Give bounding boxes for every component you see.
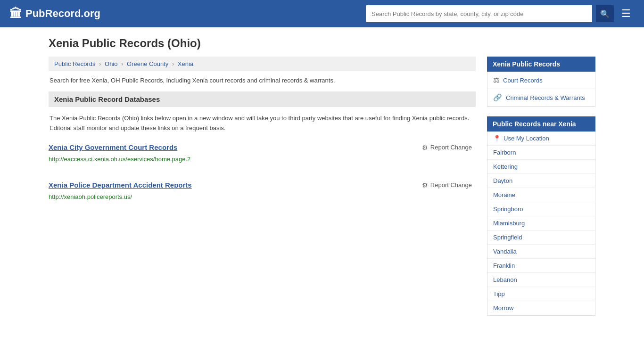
sidebar-near-item-kettering[interactable]: Kettering [487,160,595,174]
description: Search for free Xenia, OH Public Records… [49,77,476,84]
sidebar-near-section: Public Records near Xenia 📍 Use My Locat… [487,116,595,316]
db-description: The Xenia Public Records (Ohio) links be… [49,114,476,133]
page-title: Xenia Public Records (Ohio) [49,37,595,50]
sidebar-near-item-tipp[interactable]: Tipp [487,287,595,301]
sidebar-near-item-fairborn[interactable]: Fairborn [487,146,595,160]
menu-button[interactable]: ☰ [618,7,635,21]
report-change-btn-1[interactable]: ⚙ Report Change [418,142,476,153]
sidebar-near-item-location[interactable]: 📍 Use My Location [487,132,595,146]
record-title-1[interactable]: Xenia City Government Court Records [49,143,177,151]
report-change-label-1: Report Change [430,144,472,151]
sidebar-near-item-dayton[interactable]: Dayton [487,174,595,188]
sidebar-item-court-records[interactable]: ⚖ Court Records [487,72,595,89]
sidebar: Xenia Public Records ⚖ Court Records 🔗 C… [487,57,595,325]
report-change-label-2: Report Change [430,181,472,189]
sidebar-item-criminal-records[interactable]: 🔗 Criminal Records & Warrants [487,89,595,107]
scales-icon: ⚖ [493,76,499,84]
breadcrumb-item-2[interactable]: Ohio [105,60,117,67]
content-layout: Public Records › Ohio › Greene County › … [49,57,595,325]
report-change-icon-2: ⚙ [422,181,428,189]
sidebar-item-court-records-label: Court Records [503,77,543,84]
sidebar-near-title: Public Records near Xenia [487,116,595,132]
logo-link[interactable]: 🏛 PubRecord.org [9,7,100,21]
sidebar-near-items-list: 📍 Use My Location Fairborn Kettering Day… [487,132,595,316]
breadcrumb-item-3[interactable]: Greene County [127,60,168,67]
logo-icon: 🏛 [9,7,22,21]
logo-text: PubRecord.org [25,8,100,20]
sidebar-near-item-springfield[interactable]: Springfield [487,230,595,245]
sidebar-near-item-lebanon[interactable]: Lebanon [487,273,595,287]
breadcrumb-sep-2: › [121,60,123,67]
record-item-1: Xenia City Government Court Records ⚙ Re… [49,142,476,170]
record-url-1[interactable]: http://eaccess.ci.xenia.oh.us/eservices/… [49,156,190,163]
report-change-icon-1: ⚙ [422,144,428,151]
record-item-2: Xenia Police Department Accident Reports… [49,180,476,208]
search-area: 🔍 ☰ [366,5,635,22]
breadcrumb-sep-1: › [99,60,101,67]
header: 🏛 PubRecord.org 🔍 ☰ [0,0,644,27]
sidebar-items-list: ⚖ Court Records 🔗 Criminal Records & War… [487,72,595,107]
sidebar-near-item-vandalia[interactable]: Vandalia [487,245,595,259]
record-item-2-top: Xenia Police Department Accident Reports… [49,180,476,191]
sidebar-near-item-franklin[interactable]: Franklin [487,259,595,273]
record-list: Xenia City Government Court Records ⚙ Re… [49,142,476,208]
link-icon: 🔗 [493,93,502,102]
databases-section-header: Xenia Public Record Databases [49,91,476,107]
sidebar-near-item-miamisburg[interactable]: Miamisburg [487,216,595,230]
breadcrumb-sep-3: › [172,60,174,67]
search-icon: 🔍 [600,9,610,18]
sidebar-near-item-moraine[interactable]: Moraine [487,188,595,202]
report-change-btn-2[interactable]: ⚙ Report Change [418,180,476,191]
search-input[interactable] [366,5,592,22]
sidebar-near-item-location-label: Use My Location [504,135,549,142]
breadcrumb-item-1[interactable]: Public Records [54,60,95,67]
sidebar-public-records-section: Xenia Public Records ⚖ Court Records 🔗 C… [487,57,595,107]
main-content: Public Records › Ohio › Greene County › … [49,57,476,217]
sidebar-near-item-springboro[interactable]: Springboro [487,202,595,216]
menu-icon: ☰ [621,8,631,19]
sidebar-near-item-morrow[interactable]: Morrow [487,301,595,315]
record-title-2[interactable]: Xenia Police Department Accident Reports [49,181,192,189]
location-pin-icon: 📍 [493,135,501,142]
sidebar-item-criminal-records-label: Criminal Records & Warrants [506,94,585,101]
search-button[interactable]: 🔍 [596,5,614,22]
breadcrumb-item-4[interactable]: Xenia [178,60,193,67]
record-item-1-top: Xenia City Government Court Records ⚙ Re… [49,142,476,153]
main-wrapper: Xenia Public Records (Ohio) Public Recor… [39,27,605,335]
record-url-2[interactable]: http://xeniaoh.policereports.us/ [49,193,132,200]
sidebar-public-records-title: Xenia Public Records [487,57,595,72]
breadcrumb: Public Records › Ohio › Greene County › … [49,57,476,71]
